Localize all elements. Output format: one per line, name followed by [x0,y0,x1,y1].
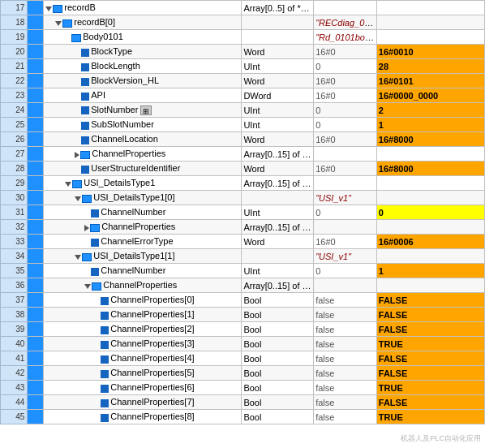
row-type-indicator [28,337,44,351]
name-cell: ChannelProperties[6] [44,381,242,395]
value-cell: 16#8000 [376,162,484,176]
value-cell: FALSE [376,351,484,366]
value-cell: FALSE [376,366,484,381]
table-row[interactable]: 30USI_DetailsType1[0]"USI_v1" [1,191,485,205]
default-cell [314,220,377,235]
row-number: 43 [1,381,28,395]
value-cell: TRUE [376,381,484,395]
name-cell: USI_DetailsType1[1] [44,249,242,264]
type-cell: UInt [242,59,314,74]
row-number: 32 [1,220,28,235]
default-cell: "Rd_0101body" [314,30,377,45]
default-cell: "RECdiag_0101" [314,15,377,30]
default-cell: false [314,410,377,424]
table-row[interactable]: 21BlockLengthUInt028 [1,59,485,74]
table-row[interactable]: 31ChannelNumberUInt00 [1,205,485,220]
type-cell: Array[0..15] of Bool [242,147,314,162]
table-row[interactable]: 34USI_DetailsType1[1]"USI_v1" [1,249,485,264]
row-type-indicator [28,45,44,59]
table-row[interactable]: 20BlockTypeWord16#016#0010 [1,45,485,59]
table-row[interactable]: 33ChannelErrorTypeWord16#016#0006 [1,235,485,249]
table-row[interactable]: 29USI_DetailsType1Array[0..15] of *USI..… [1,176,485,191]
name-cell: ChannelProperties[4] [44,351,242,366]
row-type-indicator [28,74,44,88]
data-table: 17recordBArray[0..5] of *RECd...18record… [0,0,485,424]
type-cell: Bool [242,322,314,337]
default-cell: false [314,381,377,395]
row-number: 36 [1,278,28,293]
row-type-indicator [28,278,44,293]
row-number: 20 [1,45,28,59]
name-cell: ChannelNumber [44,205,242,220]
table-row[interactable]: 37ChannelProperties[0]BoolfalseFALSE [1,293,485,308]
type-cell: Bool [242,381,314,395]
table-row[interactable]: 35ChannelNumberUInt01 [1,264,485,278]
default-cell: 0 [314,103,377,118]
row-type-indicator [28,132,44,147]
type-cell: Word [242,74,314,88]
row-type-indicator [28,293,44,308]
default-cell [314,278,377,293]
type-cell: Bool [242,293,314,308]
value-cell: 16#0101 [376,74,484,88]
value-cell: 16#0000_0000 [376,88,484,103]
table-row[interactable]: 19Body0101"Rd_0101body" [1,30,485,45]
table-row[interactable]: 17recordBArray[0..5] of *RECd... [1,1,485,15]
table-row[interactable]: 39ChannelProperties[2]BoolfalseFALSE [1,322,485,337]
table-row[interactable]: 24SlotNumber ⊞UInt02 [1,103,485,118]
table-row[interactable]: 43ChannelProperties[6]BoolfalseTRUE [1,381,485,395]
type-cell: Word [242,132,314,147]
table-row[interactable]: 38ChannelProperties[1]BoolfalseFALSE [1,308,485,322]
row-number: 23 [1,88,28,103]
row-number: 39 [1,322,28,337]
name-cell: BlockLength [44,59,242,74]
row-type-indicator [28,147,44,162]
value-cell: FALSE [376,308,484,322]
row-number: 45 [1,410,28,424]
row-number: 38 [1,308,28,322]
name-cell: SubSlotNumber [44,118,242,132]
value-cell [376,147,484,162]
table-row[interactable]: 26ChannelLocationWord16#016#8000 [1,132,485,147]
row-number: 27 [1,147,28,162]
type-cell: Bool [242,337,314,351]
name-cell: API [44,88,242,103]
default-cell [314,147,377,162]
table-row[interactable]: 18recordB[0]"RECdiag_0101" [1,15,485,30]
value-cell: 2 [376,103,484,118]
name-cell: ChannelProperties [44,278,242,293]
table-row[interactable]: 42ChannelProperties[5]BoolfalseFALSE [1,366,485,381]
table-row[interactable]: 25SubSlotNumberUInt01 [1,118,485,132]
row-number: 31 [1,205,28,220]
name-cell: ChannelProperties [44,147,242,162]
row-number: 41 [1,351,28,366]
table-row[interactable]: 44ChannelProperties[7]BoolfalseFALSE [1,395,485,410]
type-cell: Bool [242,366,314,381]
default-cell: false [314,322,377,337]
table-row[interactable]: 41ChannelProperties[4]BoolfalseFALSE [1,351,485,366]
row-type-indicator [28,220,44,235]
row-type-indicator [28,59,44,74]
value-cell [376,220,484,235]
table-row[interactable]: 27ChannelPropertiesArray[0..15] of Bool [1,147,485,162]
default-cell: 16#0 [314,132,377,147]
name-cell: ChannelLocation [44,132,242,147]
table-row[interactable]: 28UserStructureIdentifierWord16#016#8000 [1,162,485,176]
value-cell: 1 [376,118,484,132]
name-cell: ChannelProperties[3] [44,337,242,351]
table-row[interactable]: 23APIDWord16#016#0000_0000 [1,88,485,103]
default-cell: false [314,395,377,410]
table-row[interactable]: 22BlockVersion_HLWord16#016#0101 [1,74,485,88]
table-row[interactable]: 40ChannelProperties[3]BoolfalseTRUE [1,337,485,351]
row-number: 17 [1,1,28,15]
table-row[interactable]: 45ChannelProperties[8]BoolfalseTRUE [1,410,485,424]
table-row[interactable]: 32ChannelPropertiesArray[0..15] of Bool [1,220,485,235]
row-number: 28 [1,162,28,176]
type-cell: Bool [242,410,314,424]
default-cell: false [314,308,377,322]
name-cell: BlockVersion_HL [44,74,242,88]
row-type-indicator [28,381,44,395]
row-number: 40 [1,337,28,351]
table-row[interactable]: 36ChannelPropertiesArray[0..15] of Bool [1,278,485,293]
value-cell: 16#0010 [376,45,484,59]
